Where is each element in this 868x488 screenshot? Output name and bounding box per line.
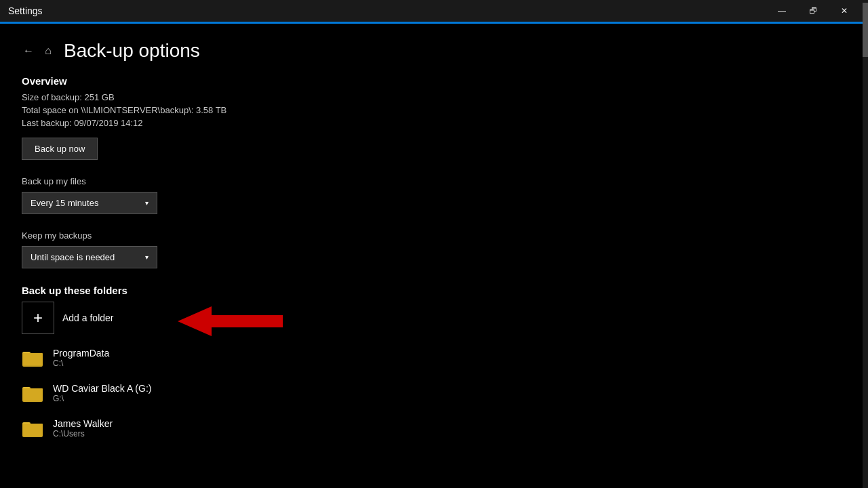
restore-button[interactable]: 🗗 — [797, 0, 829, 22]
folders-section-title: Back up these folders — [22, 285, 846, 296]
add-folder-label: Add a folder — [62, 312, 114, 323]
breadcrumb: ← ⌂ Back-up options — [22, 40, 846, 62]
last-backup: Last backup: 09/07/2019 14:12 — [22, 118, 846, 128]
keep-backups-label: Keep my backups — [22, 230, 846, 241]
folders-section: Back up these folders + Add a folder — [22, 285, 846, 441]
close-button[interactable]: ✕ — [829, 0, 860, 22]
total-space: Total space on \\ILMIONTSERVER\backup\: … — [22, 105, 846, 115]
size-of-backup: Size of backup: 251 GB — [22, 92, 846, 102]
folder-path: C:\Users — [53, 429, 113, 439]
home-icon[interactable]: ⌂ — [41, 43, 56, 58]
page-title: Back-up options — [64, 40, 200, 62]
back-icon[interactable]: ← — [22, 44, 35, 58]
overview-title: Overview — [22, 75, 846, 87]
folder-icon — [22, 419, 43, 438]
svg-marker-0 — [178, 306, 283, 336]
keep-backups-selected: Until space is needed — [31, 252, 115, 262]
svg-rect-3 — [22, 353, 43, 365]
overview-section: Overview Size of backup: 251 GB Total sp… — [22, 75, 846, 160]
scrollbar-thumb[interactable] — [863, 3, 868, 57]
folder-icon — [22, 348, 43, 367]
folder-name: James Walker — [53, 418, 113, 429]
chevron-down-icon: ▾ — [145, 199, 149, 207]
svg-rect-6 — [22, 388, 43, 401]
folder-path: C:\ — [53, 359, 109, 368]
folder-icon — [22, 384, 43, 403]
folder-name: ProgramData — [53, 348, 109, 359]
main-content: ← ⌂ Back-up options Overview Size of bac… — [0, 24, 868, 488]
folder-info: ProgramDataC:\ — [53, 348, 109, 368]
folder-item: ProgramDataC:\ — [22, 345, 846, 371]
add-folder-row: + Add a folder — [22, 302, 846, 334]
content-area: ← ⌂ Back-up options Overview Size of bac… — [0, 24, 868, 488]
add-folder-button[interactable]: + — [22, 302, 54, 334]
backup-files-selected: Every 15 minutes — [31, 198, 98, 208]
folder-info: James WalkerC:\Users — [53, 418, 113, 439]
scrollbar[interactable] — [863, 0, 868, 488]
backup-files-section: Back up my files Every 15 minutes ▾ — [22, 176, 846, 214]
title-bar-controls: — 🗗 ✕ — [766, 0, 860, 22]
folder-list: ProgramDataC:\ WD Caviar Black A (G:)G:\… — [22, 345, 846, 441]
folder-info: WD Caviar Black A (G:)G:\ — [53, 383, 151, 403]
keep-backups-section: Keep my backups Until space is needed ▾ — [22, 230, 846, 268]
folder-path: G:\ — [53, 394, 151, 403]
title-bar-title: Settings — [8, 5, 43, 16]
chevron-down-icon-2: ▾ — [145, 253, 149, 261]
red-arrow — [178, 306, 283, 338]
keep-backups-dropdown[interactable]: Until space is needed ▾ — [22, 246, 157, 268]
backup-files-dropdown[interactable]: Every 15 minutes ▾ — [22, 192, 157, 214]
folder-item: James WalkerC:\Users — [22, 415, 846, 441]
title-bar: Settings — 🗗 ✕ — [0, 0, 868, 22]
backup-files-label: Back up my files — [22, 176, 846, 186]
title-bar-left: Settings — [8, 5, 43, 16]
minimize-button[interactable]: — — [766, 0, 797, 22]
svg-rect-9 — [22, 424, 43, 436]
back-up-now-button[interactable]: Back up now — [22, 138, 98, 160]
folder-name: WD Caviar Black A (G:) — [53, 383, 151, 394]
folder-item: WD Caviar Black A (G:)G:\ — [22, 380, 846, 406]
